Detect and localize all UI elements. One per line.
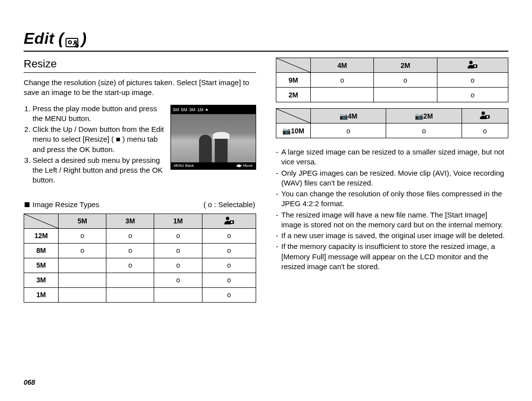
step-item: Click the Up / Down button from the Edit…	[33, 124, 165, 154]
svg-line-9	[276, 58, 310, 72]
table-row: 5Mooo	[24, 258, 256, 273]
svg-point-6	[226, 216, 229, 220]
table-cell: o	[106, 228, 154, 243]
note-item: -A large sized image can be resized to a…	[276, 147, 508, 167]
table-cell: o	[437, 73, 508, 88]
preview-photo	[171, 114, 256, 162]
svg-point-10	[469, 61, 473, 64]
col-header-start	[202, 214, 256, 228]
table-cell	[59, 287, 106, 302]
col-header: 3M	[106, 214, 154, 228]
svg-point-16	[487, 116, 489, 118]
resize-table-3: 📷4M 📷2M 📷10Mooo	[276, 108, 508, 138]
camera-preview: 5M 5M 3M 1M ● Resize ME	[170, 105, 256, 170]
col-header: 5M	[59, 214, 106, 228]
col-header: 📷4M	[311, 109, 386, 123]
col-header-start	[462, 109, 508, 123]
page-title: Edit	[24, 30, 54, 48]
table-cell: o	[59, 243, 106, 258]
diag-cell	[24, 214, 59, 228]
table-row: 1Mo	[24, 287, 256, 302]
step-item: Select a desired sub menu by pressing th…	[33, 155, 165, 185]
section-title: Resize	[24, 58, 256, 70]
table-row: 3Moo	[24, 273, 256, 287]
table-cell: o	[202, 273, 256, 287]
note-item: -The resized image will have a new file …	[276, 210, 508, 230]
table-row: 9Mooo	[276, 73, 508, 88]
start-image-icon	[224, 216, 234, 225]
note-item: -You can change the resolution of only t…	[276, 189, 508, 209]
start-image-icon	[467, 60, 478, 69]
table-cell	[106, 287, 154, 302]
table-cell: o	[154, 258, 202, 273]
row-header: 12M	[24, 228, 59, 243]
row-header: 5M	[24, 258, 59, 273]
table-row: 12Moooo	[24, 228, 256, 243]
section-rule	[24, 72, 256, 73]
table-row: 2Mo	[276, 88, 508, 102]
table-cell: o	[437, 88, 508, 102]
diag-cell	[276, 58, 311, 73]
col-header: 2M	[374, 58, 437, 73]
table-cell: o	[462, 123, 508, 138]
selectable-legend: ( o : Selectable)	[203, 200, 255, 209]
table-cell: o	[386, 123, 462, 138]
table-cell: o	[202, 287, 256, 302]
start-image-icon	[479, 111, 490, 120]
svg-point-2	[74, 41, 76, 43]
diag-cell	[276, 109, 311, 123]
table-cell	[106, 273, 154, 287]
col-header: 📷2M	[386, 109, 462, 123]
svg-point-8	[231, 221, 233, 223]
preview-topbar: 5M 5M 3M 1M ●	[171, 105, 256, 114]
note-item: -If the memory capacity is insufficient …	[276, 242, 508, 272]
table-cell	[311, 88, 374, 102]
resize-table-2: 4M 2M 9Mooo2Mo	[276, 58, 508, 102]
table-cell: o	[154, 243, 202, 258]
page-number: 068	[24, 378, 35, 386]
table-cell: o	[202, 258, 256, 273]
svg-point-1	[68, 41, 71, 44]
row-header: 1M	[24, 287, 59, 302]
table-cell: o	[374, 73, 437, 88]
edit-icon	[66, 33, 79, 44]
table-row: 📷10Mooo	[276, 123, 508, 138]
note-item: -Only JPEG images can be resized. Movie …	[276, 168, 508, 188]
row-header: 9M	[276, 73, 311, 88]
heading-rule	[24, 51, 508, 52]
intro-text: Change the resolution (size) of pictures…	[24, 78, 256, 98]
table-cell	[59, 258, 106, 273]
row-header: 2M	[276, 88, 311, 102]
table-cell: o	[202, 243, 256, 258]
notes-list: -A large sized image can be resized to a…	[276, 147, 508, 272]
col-header-start	[437, 58, 508, 73]
table-cell	[374, 88, 437, 102]
table-cell	[154, 287, 202, 302]
row-header: 📷10M	[276, 123, 311, 138]
table-cell: o	[106, 243, 154, 258]
preview-footer: MENU Back ◀▶ Move	[171, 162, 256, 169]
col-header: 1M	[154, 214, 202, 228]
svg-point-12	[474, 65, 476, 67]
row-header: 8M	[24, 243, 59, 258]
row-header: 3M	[24, 273, 59, 287]
col-header: 4M	[311, 58, 374, 73]
table-cell: o	[59, 228, 106, 243]
steps-list: Press the play mode button and press the…	[24, 104, 165, 186]
table-cell: o	[202, 228, 256, 243]
svg-point-14	[482, 112, 485, 115]
svg-line-13	[276, 109, 310, 123]
table-cell: o	[311, 73, 374, 88]
types-label: Image Resize Types	[25, 200, 100, 209]
note-item: -If a new user image is saved, the origi…	[276, 231, 508, 241]
resize-table-1: 5M 3M 1M 12Moooo8Moooo5Mooo3Moo1Mo	[24, 214, 256, 303]
table-cell: o	[154, 273, 202, 287]
step-item: Press the play mode button and press the…	[33, 104, 165, 124]
table-cell	[59, 273, 106, 287]
table-cell: o	[154, 228, 202, 243]
table-cell: o	[106, 258, 154, 273]
svg-line-5	[24, 214, 58, 228]
table-cell: o	[311, 123, 386, 138]
table-row: 8Moooo	[24, 243, 256, 258]
edit-heading-paren: ( )	[58, 30, 86, 48]
